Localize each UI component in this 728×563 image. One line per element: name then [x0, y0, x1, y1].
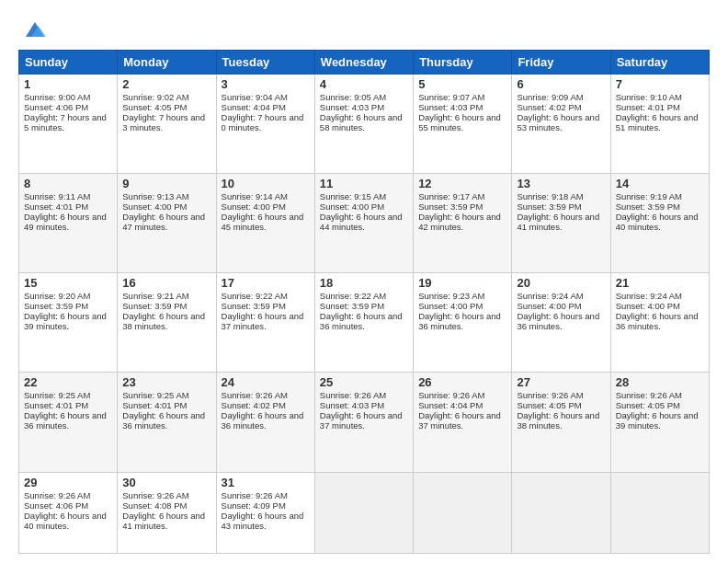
sunrise-text: Sunrise: 9:18 AM — [517, 191, 605, 201]
calendar-cell: 11Sunrise: 9:15 AMSunset: 4:00 PMDayligh… — [314, 174, 413, 273]
sunset-text: Sunset: 4:01 PM — [24, 201, 112, 212]
sunrise-text: Sunrise: 9:05 AM — [320, 92, 408, 102]
day-number: 19 — [418, 276, 506, 290]
sunset-text: Sunset: 3:59 PM — [320, 301, 408, 311]
sunrise-text: Sunrise: 9:26 AM — [517, 390, 605, 400]
calendar-cell: 25Sunrise: 9:26 AMSunset: 4:03 PMDayligh… — [314, 373, 413, 472]
sunset-text: Sunset: 4:02 PM — [222, 400, 310, 410]
calendar-cell: 7Sunrise: 9:10 AMSunset: 4:01 PMDaylight… — [610, 75, 709, 174]
sunset-text: Sunset: 4:01 PM — [122, 400, 210, 410]
day-header-saturday: Saturday — [610, 51, 709, 75]
day-number: 18 — [320, 276, 408, 290]
sunset-text: Sunset: 4:06 PM — [24, 500, 112, 511]
calendar-cell: 10Sunrise: 9:14 AMSunset: 4:00 PMDayligh… — [216, 174, 314, 273]
calendar-cell: 20Sunrise: 9:24 AMSunset: 4:00 PMDayligh… — [512, 273, 610, 373]
day-number: 11 — [320, 177, 408, 190]
sunrise-text: Sunrise: 9:24 AM — [616, 291, 704, 301]
calendar-week-5: 29Sunrise: 9:26 AMSunset: 4:06 PMDayligh… — [19, 472, 710, 554]
day-header-tuesday: Tuesday — [216, 51, 314, 75]
day-number: 30 — [122, 476, 210, 489]
sunrise-text: Sunrise: 9:04 AM — [222, 92, 310, 102]
day-header-thursday: Thursday — [414, 51, 512, 75]
calendar-cell: 5Sunrise: 9:07 AMSunset: 4:03 PMDaylight… — [414, 75, 512, 174]
daylight-text: Daylight: 6 hours and 40 minutes. — [24, 511, 112, 531]
sunset-text: Sunset: 4:01 PM — [24, 400, 112, 410]
sunrise-text: Sunrise: 9:09 AM — [517, 92, 605, 102]
calendar-cell: 8Sunrise: 9:11 AMSunset: 4:01 PMDaylight… — [19, 174, 118, 273]
calendar-cell: 13Sunrise: 9:18 AMSunset: 3:59 PMDayligh… — [512, 174, 610, 273]
calendar-cell: 2Sunrise: 9:02 AMSunset: 4:05 PMDaylight… — [118, 75, 216, 174]
day-number: 13 — [517, 177, 605, 190]
daylight-text: Daylight: 7 hours and 0 minutes. — [222, 112, 310, 132]
calendar-cell: 14Sunrise: 9:19 AMSunset: 3:59 PMDayligh… — [610, 174, 709, 273]
calendar-cell — [414, 472, 512, 554]
sunset-text: Sunset: 4:05 PM — [122, 102, 210, 112]
calendar-cell: 9Sunrise: 9:13 AMSunset: 4:00 PMDaylight… — [118, 174, 216, 273]
sunrise-text: Sunrise: 9:17 AM — [418, 191, 506, 201]
sunset-text: Sunset: 4:05 PM — [517, 400, 605, 410]
daylight-text: Daylight: 6 hours and 39 minutes. — [24, 311, 112, 331]
daylight-text: Daylight: 6 hours and 36 minutes. — [24, 410, 112, 431]
calendar-week-4: 22Sunrise: 9:25 AMSunset: 4:01 PMDayligh… — [19, 373, 710, 472]
sunset-text: Sunset: 3:59 PM — [24, 301, 112, 311]
daylight-text: Daylight: 6 hours and 36 minutes. — [122, 410, 210, 431]
sunrise-text: Sunrise: 9:26 AM — [616, 390, 704, 400]
daylight-text: Daylight: 6 hours and 43 minutes. — [222, 511, 310, 531]
calendar-cell: 23Sunrise: 9:25 AMSunset: 4:01 PMDayligh… — [118, 373, 216, 472]
sunset-text: Sunset: 3:59 PM — [122, 301, 210, 311]
day-number: 17 — [222, 276, 310, 290]
calendar-cell: 21Sunrise: 9:24 AMSunset: 4:00 PMDayligh… — [610, 273, 709, 373]
sunrise-text: Sunrise: 9:24 AM — [517, 291, 605, 301]
daylight-text: Daylight: 6 hours and 38 minutes. — [122, 311, 210, 331]
daylight-text: Daylight: 6 hours and 37 minutes. — [222, 311, 310, 331]
day-number: 8 — [24, 177, 112, 190]
day-header-monday: Monday — [118, 51, 216, 75]
daylight-text: Daylight: 6 hours and 49 minutes. — [24, 212, 112, 232]
calendar-cell: 19Sunrise: 9:23 AMSunset: 4:00 PMDayligh… — [414, 273, 512, 373]
calendar-header-row: SundayMondayTuesdayWednesdayThursdayFrid… — [19, 51, 710, 75]
day-number: 22 — [24, 375, 112, 389]
day-number: 23 — [122, 375, 210, 389]
day-number: 28 — [616, 375, 704, 389]
day-number: 25 — [320, 375, 408, 389]
sunrise-text: Sunrise: 9:23 AM — [418, 291, 506, 301]
calendar-week-1: 1Sunrise: 9:00 AMSunset: 4:06 PMDaylight… — [19, 75, 710, 174]
day-number: 12 — [418, 177, 506, 190]
logo — [18, 17, 48, 42]
daylight-text: Daylight: 6 hours and 36 minutes. — [616, 311, 704, 331]
sunrise-text: Sunrise: 9:00 AM — [24, 92, 112, 102]
day-number: 5 — [418, 77, 506, 91]
sunset-text: Sunset: 3:59 PM — [616, 201, 704, 212]
sunset-text: Sunset: 4:00 PM — [122, 201, 210, 212]
daylight-text: Daylight: 6 hours and 39 minutes. — [616, 410, 704, 431]
calendar-cell: 16Sunrise: 9:21 AMSunset: 3:59 PMDayligh… — [118, 273, 216, 373]
sunrise-text: Sunrise: 9:25 AM — [122, 390, 210, 400]
calendar-cell: 27Sunrise: 9:26 AMSunset: 4:05 PMDayligh… — [512, 373, 610, 472]
calendar-cell — [314, 472, 413, 554]
sunrise-text: Sunrise: 9:26 AM — [222, 490, 310, 500]
daylight-text: Daylight: 6 hours and 47 minutes. — [122, 212, 210, 232]
calendar-cell: 29Sunrise: 9:26 AMSunset: 4:06 PMDayligh… — [19, 472, 118, 554]
sunrise-text: Sunrise: 9:14 AM — [222, 191, 310, 201]
sunrise-text: Sunrise: 9:21 AM — [122, 291, 210, 301]
daylight-text: Daylight: 6 hours and 42 minutes. — [418, 212, 506, 232]
sunset-text: Sunset: 4:01 PM — [616, 102, 704, 112]
day-number: 31 — [222, 476, 310, 489]
calendar-table: SundayMondayTuesdayWednesdayThursdayFrid… — [18, 50, 710, 554]
day-number: 14 — [616, 177, 704, 190]
day-number: 3 — [222, 77, 310, 91]
calendar-cell — [610, 472, 709, 554]
sunset-text: Sunset: 4:00 PM — [320, 201, 408, 212]
daylight-text: Daylight: 6 hours and 53 minutes. — [517, 112, 605, 132]
calendar-cell: 6Sunrise: 9:09 AMSunset: 4:02 PMDaylight… — [512, 75, 610, 174]
day-number: 20 — [517, 276, 605, 290]
calendar-cell: 4Sunrise: 9:05 AMSunset: 4:03 PMDaylight… — [314, 75, 413, 174]
sunset-text: Sunset: 4:04 PM — [222, 102, 310, 112]
daylight-text: Daylight: 6 hours and 44 minutes. — [320, 212, 408, 232]
sunset-text: Sunset: 4:04 PM — [418, 400, 506, 410]
calendar-week-2: 8Sunrise: 9:11 AMSunset: 4:01 PMDaylight… — [19, 174, 710, 273]
sunrise-text: Sunrise: 9:10 AM — [616, 92, 704, 102]
sunrise-text: Sunrise: 9:19 AM — [616, 191, 704, 201]
sunrise-text: Sunrise: 9:07 AM — [418, 92, 506, 102]
day-number: 16 — [122, 276, 210, 290]
